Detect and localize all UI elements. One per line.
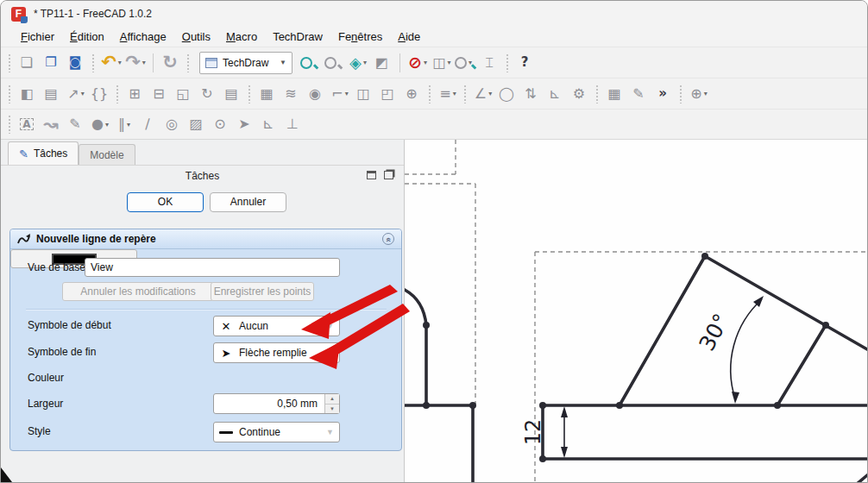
insert-view-icon[interactable]: ▦: [256, 82, 279, 106]
color-label: Couleur: [28, 372, 64, 384]
spin-down-icon[interactable]: ▼: [325, 405, 339, 414]
grip: [91, 53, 96, 72]
weld-symbol-icon[interactable]: ⊾: [258, 112, 280, 136]
start-symbol-combobox[interactable]: ✕ Aucun ▼: [213, 316, 340, 336]
annotation-edit-icon[interactable]: ✎: [628, 82, 651, 106]
cosmetic-line-icon[interactable]: ∕: [137, 112, 160, 136]
arrow-symbol-icon[interactable]: ➤: [234, 112, 256, 136]
dock-panel-icon[interactable]: [367, 171, 376, 179]
leader-line-icon[interactable]: ↝: [41, 112, 63, 136]
search-zoom-icon[interactable]: ▾: [455, 51, 477, 75]
center-circle-icon[interactable]: ◎: [161, 112, 184, 136]
centerline-icon[interactable]: ‖▾: [113, 112, 135, 136]
rich-annotation-icon[interactable]: ✎: [65, 112, 87, 136]
new-page-icon[interactable]: ⊞: [124, 82, 147, 106]
section-view-icon[interactable]: ⌐▾: [329, 82, 351, 106]
export-page-icon[interactable]: ↗▾: [65, 82, 87, 106]
drawing-viewport[interactable]: 12 30°: [405, 140, 867, 482]
view-cube-icon[interactable]: ◫▾: [431, 51, 453, 75]
extent-dimension-icon[interactable]: ⊾: [544, 82, 567, 106]
grip: [506, 53, 510, 72]
zoom-selection-icon[interactable]: [323, 51, 345, 75]
end-symbol-label: Symbole de fin: [28, 346, 96, 358]
float-panel-icon[interactable]: [384, 171, 393, 179]
task-panel: ✎ Tâches Modèle Tâches OK Annuler: [1, 140, 405, 482]
menu-outils[interactable]: Outils: [174, 28, 218, 45]
axis-target-icon[interactable]: ⊕▾: [688, 82, 710, 106]
collapse-chevron-icon[interactable]: «: [382, 233, 394, 245]
menu-edition[interactable]: Édition: [62, 28, 112, 45]
start-symbol-value: Aucun: [239, 320, 320, 332]
menu-affichage[interactable]: Affichage: [112, 28, 174, 45]
page-export-icon[interactable]: ◱: [173, 82, 195, 106]
sync-view-icon[interactable]: ◩: [371, 51, 393, 75]
detail-cube-icon[interactable]: ◫: [353, 82, 375, 106]
toolbar-standard: ❏ ❐ ◙ ↶▾ ↷▾ ↻ TechDraw ▼: [1, 47, 867, 78]
whats-this-icon[interactable]: ?: [514, 51, 537, 75]
angle-dimension[interactable]: 30°: [694, 296, 764, 404]
freecad-window: F * TP11-1 - FreeCAD 1.0.2 Fichier Éditi…: [0, 0, 868, 483]
camera-view-icon[interactable]: ◉: [305, 82, 327, 106]
workbench-selector-value: TechDraw: [223, 57, 274, 69]
tab-modele[interactable]: Modèle: [79, 144, 135, 165]
change-appearance-icon[interactable]: ▨: [186, 112, 208, 136]
clip-group-icon[interactable]: ◰: [377, 82, 399, 106]
menu-aide[interactable]: Aide: [390, 28, 428, 45]
workbench-selector[interactable]: TechDraw ▼: [199, 52, 292, 74]
projection-group-icon[interactable]: ≋: [280, 82, 303, 106]
leader-line-icon: [17, 234, 31, 244]
axonometric-view-icon[interactable]: ◈▾: [347, 51, 369, 75]
insert-part-icon[interactable]: ◧: [16, 82, 39, 106]
measure-caliper-icon[interactable]: ⌶: [479, 51, 501, 75]
toolbar-overflow[interactable]: »: [652, 82, 675, 106]
grip: [248, 85, 252, 104]
no-symbol-icon: ✕: [219, 320, 233, 333]
chevron-down-icon: ▼: [326, 322, 334, 330]
undo-icon[interactable]: ↶▾: [100, 51, 123, 75]
navigation-block-icon[interactable]: ⊘▾: [406, 51, 429, 75]
annotation-icon[interactable]: A: [16, 112, 39, 136]
refresh-icon[interactable]: ↻: [160, 51, 182, 75]
dimension-list-icon[interactable]: ≡▾: [437, 82, 459, 106]
grip: [8, 115, 12, 134]
end-symbol-value: Flèche remplie: [239, 347, 320, 359]
tab-taches[interactable]: ✎ Tâches: [8, 141, 79, 165]
menu-fichier[interactable]: Fichier: [13, 28, 62, 45]
spreadsheet-view-icon[interactable]: ▦: [604, 82, 626, 106]
open-document-icon[interactable]: ❐: [41, 51, 63, 75]
menu-fenetres[interactable]: Fenêtres: [330, 28, 390, 45]
length-dimension[interactable]: 12: [521, 406, 568, 458]
redo-icon[interactable]: ↷▾: [124, 51, 147, 75]
add-view-icon[interactable]: ⊕: [401, 82, 424, 106]
end-symbol-combobox[interactable]: ➤ Flèche remplie ▼: [213, 342, 340, 363]
print-icon[interactable]: ▤: [221, 82, 243, 106]
style-combobox[interactable]: Continue ▼: [213, 422, 340, 442]
chain-dimension-icon[interactable]: ⇅: [520, 82, 543, 106]
vertex-dots: [423, 253, 829, 462]
base-view-input[interactable]: View: [85, 258, 340, 277]
spin-up-icon[interactable]: ▲: [325, 394, 339, 405]
ok-button[interactable]: OK: [127, 192, 204, 212]
menu-macro[interactable]: Macro: [218, 28, 265, 45]
redraw-page-icon[interactable]: ↻: [197, 82, 219, 106]
angle-dimension-icon[interactable]: ∠▾: [472, 82, 494, 106]
repair-dimension-icon[interactable]: ⚙: [569, 82, 591, 106]
new-group-icon[interactable]: ▤: [41, 82, 63, 106]
cosmetic-vertex-icon[interactable]: ●▾: [89, 112, 111, 136]
save-icon[interactable]: ◙: [65, 51, 87, 75]
menu-techdraw[interactable]: TechDraw: [265, 28, 330, 45]
show-hide-icon[interactable]: ⊙: [210, 112, 232, 136]
page-template-icon[interactable]: ⊟: [148, 82, 171, 106]
save-points-button[interactable]: Enregistrer les points: [211, 282, 314, 301]
radius-dimension-icon[interactable]: ◯: [496, 82, 519, 106]
macro-braces-icon[interactable]: {}: [89, 82, 111, 106]
new-document-icon[interactable]: ❏: [16, 51, 39, 75]
width-spinbox[interactable]: 0,50 mm ▲ ▼: [213, 393, 340, 414]
cancel-button[interactable]: Annuler: [210, 192, 286, 212]
fit-all-icon[interactable]: [299, 51, 321, 75]
discard-changes-button[interactable]: Annuler les modifications: [62, 282, 214, 301]
groupbox-header[interactable]: Nouvelle ligne de repère «: [10, 229, 401, 249]
length-dim-text: 12: [521, 419, 545, 446]
surface-finish-icon[interactable]: ⊥: [282, 112, 305, 136]
window-title: * TP11-1 - FreeCAD 1.0.2: [34, 8, 152, 20]
